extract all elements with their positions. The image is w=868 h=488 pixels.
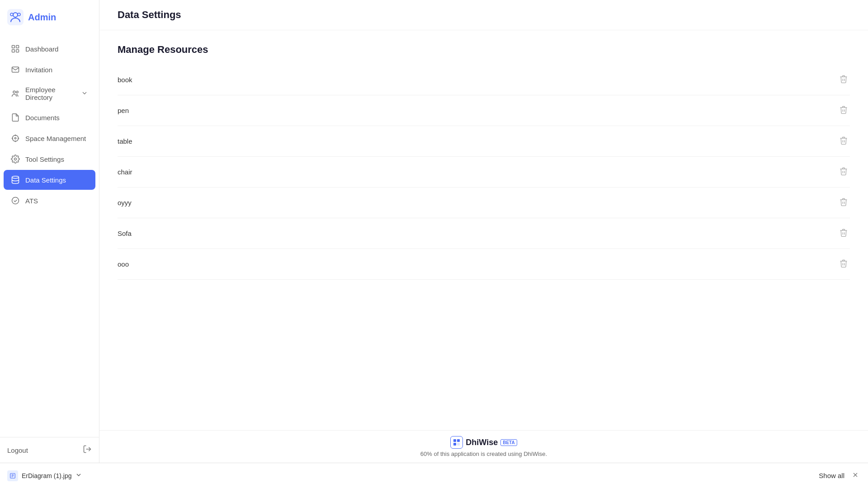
sidebar-footer: Logout — [0, 437, 99, 463]
svg-point-9 — [13, 91, 15, 93]
svg-rect-4 — [12, 46, 15, 48]
sidebar-item-dashboard[interactable]: Dashboard — [4, 39, 95, 59]
delete-resource-button[interactable] — [837, 196, 850, 210]
resource-name: book — [118, 76, 132, 84]
main-content: Data Settings Manage Resources book pen — [99, 0, 868, 463]
documents-icon — [11, 113, 20, 122]
svg-point-15 — [12, 197, 19, 204]
delete-resource-button[interactable] — [837, 103, 850, 117]
delete-resource-button[interactable] — [837, 73, 850, 87]
data-settings-icon — [11, 175, 20, 184]
resource-item: book — [118, 65, 850, 95]
resource-item: oyyy — [118, 188, 850, 218]
sidebar-brand-title: Admin — [28, 12, 56, 23]
ats-icon — [11, 196, 20, 205]
sidebar: Admin Dashboard Invitation — [0, 0, 99, 463]
resource-name: oyyy — [118, 199, 132, 206]
close-bottom-bar-button[interactable] — [850, 469, 861, 482]
delete-resource-button[interactable] — [837, 134, 850, 148]
svg-rect-17 — [453, 439, 456, 442]
sidebar-item-label: Data Settings — [25, 176, 88, 184]
resource-name: table — [118, 137, 132, 145]
page-title: Data Settings — [118, 9, 850, 21]
sidebar-item-label: Dashboard — [25, 45, 88, 53]
resource-item: pen — [118, 95, 850, 126]
svg-point-12 — [12, 135, 18, 141]
sidebar-nav: Dashboard Invitation Employee Directory — [0, 34, 99, 437]
dhiwise-logo-box — [450, 436, 463, 449]
sidebar-item-label: Tool Settings — [25, 155, 88, 163]
delete-resource-button[interactable] — [837, 226, 850, 240]
delete-resource-button[interactable] — [837, 165, 850, 179]
resource-item: chair — [118, 157, 850, 188]
sidebar-item-invitation[interactable]: Invitation — [4, 60, 95, 80]
svg-rect-7 — [16, 50, 19, 52]
svg-point-10 — [16, 91, 18, 93]
resource-name: Sofa — [118, 230, 132, 237]
sidebar-header: Admin — [0, 0, 99, 34]
delete-resource-button[interactable] — [837, 257, 850, 271]
svg-rect-18 — [457, 439, 460, 442]
svg-point-14 — [12, 176, 19, 178]
resource-name: ooo — [118, 260, 129, 268]
invitation-icon — [11, 65, 20, 74]
dhiwise-branding: DhiWise BETA — [105, 436, 863, 449]
resource-name: pen — [118, 107, 129, 114]
resource-item: Sofa — [118, 218, 850, 249]
sidebar-item-documents[interactable]: Documents — [4, 108, 95, 127]
sidebar-item-ats[interactable]: ATS — [4, 191, 95, 211]
sidebar-item-tool-settings[interactable]: Tool Settings — [4, 149, 95, 169]
svg-point-13 — [14, 158, 17, 160]
dhiwise-brand-name: DhiWise — [466, 438, 498, 447]
space-management-icon — [11, 134, 20, 143]
logout-label: Logout — [7, 446, 28, 454]
bottom-bar-file: ErDiagram (1).jpg — [7, 470, 813, 481]
beta-badge: BETA — [500, 439, 517, 446]
bottom-bar: ErDiagram (1).jpg Show all — [0, 463, 868, 488]
resource-name: chair — [118, 168, 132, 176]
sidebar-item-label: Invitation — [25, 66, 88, 74]
dhiwise-logo: DhiWise BETA — [450, 436, 517, 449]
sidebar-item-employee-directory[interactable]: Employee Directory — [4, 80, 95, 107]
dhiwise-subtitle: 60% of this application is created using… — [105, 450, 863, 457]
file-icon — [7, 470, 18, 481]
employee-directory-icon — [11, 89, 20, 98]
sidebar-item-label: Employee Directory — [25, 86, 75, 101]
content-area: Manage Resources book pen — [99, 30, 868, 430]
svg-rect-5 — [16, 46, 19, 48]
dashboard-icon — [11, 44, 20, 53]
resource-item: ooo — [118, 249, 850, 280]
sidebar-item-label: ATS — [25, 197, 88, 205]
admin-logo-icon — [7, 9, 24, 25]
tool-settings-icon — [11, 155, 20, 164]
bottom-chevron-icon[interactable] — [75, 471, 82, 480]
sidebar-item-label: Documents — [25, 114, 88, 122]
sidebar-item-data-settings[interactable]: Data Settings — [4, 170, 95, 190]
sidebar-item-space-management[interactable]: Space Management — [4, 128, 95, 148]
logout-icon[interactable] — [83, 445, 92, 455]
svg-rect-19 — [453, 443, 456, 446]
employee-directory-chevron-icon — [81, 89, 88, 98]
resource-list: book pen table — [118, 65, 850, 280]
sidebar-item-label: Space Management — [25, 135, 88, 142]
file-name: ErDiagram (1).jpg — [22, 472, 71, 479]
show-all-button[interactable]: Show all — [819, 472, 844, 479]
resource-item: table — [118, 126, 850, 157]
dhiwise-footer: DhiWise BETA 60% of this application is … — [99, 430, 868, 463]
main-header: Data Settings — [99, 0, 868, 30]
svg-rect-20 — [457, 443, 460, 446]
section-title: Manage Resources — [118, 44, 850, 56]
svg-point-11 — [14, 137, 16, 139]
svg-rect-6 — [12, 50, 15, 52]
